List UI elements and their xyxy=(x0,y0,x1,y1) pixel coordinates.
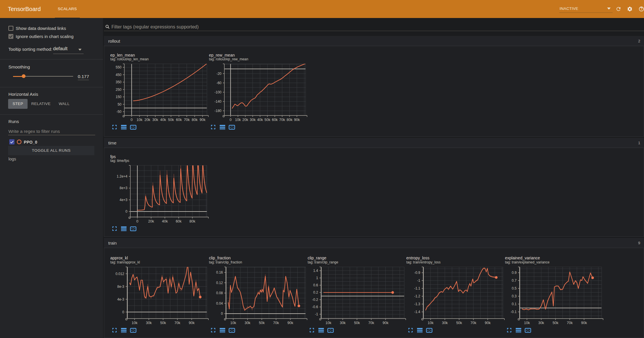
svg-text:40k: 40k xyxy=(257,118,263,122)
svg-text:-1: -1 xyxy=(315,312,318,316)
svg-text:8e-3: 8e-3 xyxy=(117,285,124,289)
svg-text:0.6: 0.6 xyxy=(313,283,318,287)
svg-text:60k: 60k xyxy=(176,118,182,122)
svg-text:-0.9: -0.9 xyxy=(414,271,420,275)
svg-text:-100: -100 xyxy=(214,90,221,94)
svg-text:1: 1 xyxy=(316,276,318,280)
svg-text:60k: 60k xyxy=(272,118,278,122)
svg-text:1.2e+4: 1.2e+4 xyxy=(117,174,127,178)
svg-text:0.5: 0.5 xyxy=(512,286,517,290)
svg-text:70k: 70k xyxy=(368,321,374,325)
svg-text:70k: 70k xyxy=(273,321,279,325)
svg-text:0.16: 0.16 xyxy=(216,270,223,274)
svg-text:0: 0 xyxy=(221,312,223,316)
svg-text:10k: 10k xyxy=(235,118,241,122)
svg-text:0.012: 0.012 xyxy=(116,272,124,276)
svg-text:90k: 90k xyxy=(294,118,300,122)
svg-text:4e-3: 4e-3 xyxy=(117,297,124,301)
svg-text:40k: 40k xyxy=(162,219,168,223)
svg-text:50k: 50k xyxy=(456,321,462,325)
svg-text:150: 150 xyxy=(116,95,121,99)
svg-text:-0.1: -0.1 xyxy=(510,310,517,314)
svg-text:30k: 30k xyxy=(146,321,152,325)
svg-text:-1.1: -1.1 xyxy=(414,286,420,290)
svg-text:-1.2: -1.2 xyxy=(414,294,420,298)
svg-text:-50: -50 xyxy=(116,110,122,114)
svg-text:0: 0 xyxy=(230,118,232,122)
svg-text:10k: 10k xyxy=(524,321,530,325)
svg-text:40k: 40k xyxy=(160,118,166,122)
svg-text:50k: 50k xyxy=(160,321,166,325)
svg-text:0.1: 0.1 xyxy=(512,302,517,306)
svg-text:-1: -1 xyxy=(417,279,420,283)
svg-text:4e+3: 4e+3 xyxy=(120,198,127,202)
svg-text:0.7: 0.7 xyxy=(512,279,517,283)
svg-text:0.3: 0.3 xyxy=(512,294,517,298)
svg-text:90k: 90k xyxy=(383,321,389,325)
svg-text:0: 0 xyxy=(122,310,124,314)
svg-text:-1.4: -1.4 xyxy=(414,310,420,314)
svg-text:20k: 20k xyxy=(148,219,154,223)
svg-text:-180: -180 xyxy=(214,109,221,113)
svg-text:0.08: 0.08 xyxy=(216,291,223,295)
svg-text:250: 250 xyxy=(116,88,121,92)
svg-text:350: 350 xyxy=(116,80,121,84)
svg-text:0.04: 0.04 xyxy=(216,301,223,306)
svg-text:20k: 20k xyxy=(145,118,151,122)
svg-text:-60: -60 xyxy=(217,81,222,85)
svg-text:80k: 80k xyxy=(287,118,293,122)
svg-text:70k: 70k xyxy=(567,321,573,325)
svg-text:10k: 10k xyxy=(230,321,237,325)
svg-text:0: 0 xyxy=(131,118,133,122)
svg-text:10k: 10k xyxy=(326,321,332,325)
svg-text:30k: 30k xyxy=(152,118,158,122)
svg-text:0: 0 xyxy=(125,209,127,214)
svg-text:70k: 70k xyxy=(184,118,190,122)
svg-text:30k: 30k xyxy=(245,321,251,325)
svg-text:30k: 30k xyxy=(250,118,256,122)
svg-text:80k: 80k xyxy=(190,219,196,223)
svg-text:50k: 50k xyxy=(168,118,174,122)
svg-text:90k: 90k xyxy=(581,321,587,325)
svg-text:70k: 70k xyxy=(174,321,181,325)
svg-text:50k: 50k xyxy=(354,321,360,325)
svg-text:-140: -140 xyxy=(214,100,221,104)
svg-text:0.12: 0.12 xyxy=(216,281,223,285)
svg-text:0: 0 xyxy=(136,219,138,223)
svg-text:30k: 30k xyxy=(538,321,544,325)
svg-text:0.9: 0.9 xyxy=(512,271,517,275)
svg-text:-20: -20 xyxy=(217,72,222,76)
svg-text:20k: 20k xyxy=(242,118,248,122)
svg-text:-1.3: -1.3 xyxy=(414,302,420,306)
svg-text:-0.6: -0.6 xyxy=(312,305,318,309)
svg-text:70k: 70k xyxy=(470,321,477,325)
svg-text:-0.2: -0.2 xyxy=(312,298,318,302)
svg-text:50k: 50k xyxy=(553,321,559,325)
svg-text:10k: 10k xyxy=(137,118,143,122)
svg-text:8e+3: 8e+3 xyxy=(120,186,127,190)
svg-text:30k: 30k xyxy=(442,321,448,325)
svg-text:10k: 10k xyxy=(428,321,434,325)
svg-text:70k: 70k xyxy=(279,118,285,122)
svg-text:60k: 60k xyxy=(176,219,182,223)
svg-text:50k: 50k xyxy=(264,118,270,122)
svg-text:30k: 30k xyxy=(340,321,346,325)
svg-text:50k: 50k xyxy=(259,321,265,325)
svg-text:1.4: 1.4 xyxy=(313,269,318,273)
svg-text:50: 50 xyxy=(118,102,122,106)
svg-text:0.2: 0.2 xyxy=(313,290,318,294)
svg-text:10k: 10k xyxy=(132,321,138,325)
svg-text:450: 450 xyxy=(116,73,121,77)
svg-text:550: 550 xyxy=(116,65,121,69)
